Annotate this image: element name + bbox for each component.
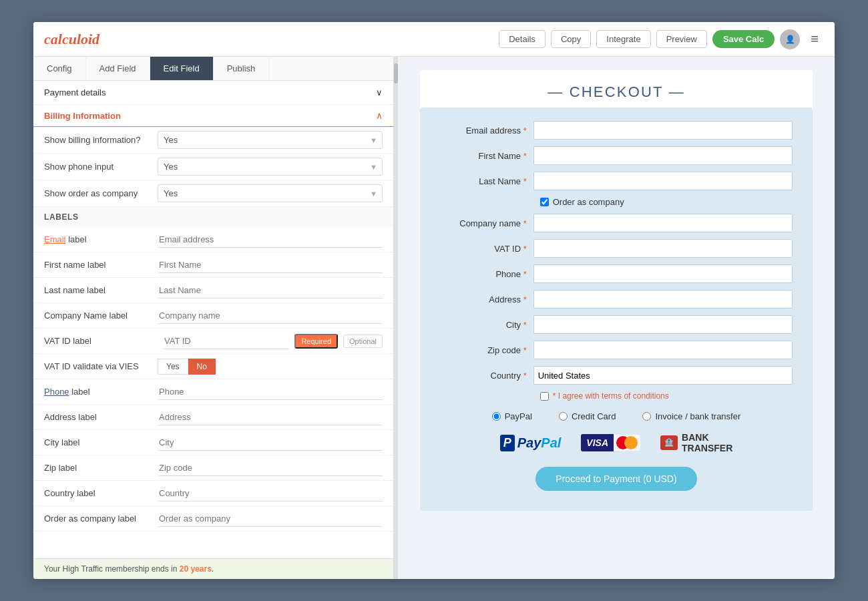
- checkout-vatid-input[interactable]: [533, 239, 793, 258]
- mastercard-icon: [614, 435, 640, 451]
- phone-label-row: Phone label: [33, 379, 393, 405]
- checkout-firstname-label: First Name *: [440, 151, 533, 161]
- details-button[interactable]: Details: [499, 30, 546, 48]
- checkout-country-select[interactable]: United States United Kingdom Germany Fra…: [533, 366, 793, 385]
- main-content: Config Add Field Edit Field Publish Paym…: [33, 57, 835, 579]
- tab-publish[interactable]: Publish: [214, 57, 270, 80]
- checkout-address-input[interactable]: [533, 290, 793, 309]
- checkout-lastname-input[interactable]: [533, 172, 793, 190]
- tab-edit-field[interactable]: Edit Field: [150, 57, 214, 80]
- company-name-label-input[interactable]: [158, 308, 383, 324]
- checkout-vatid-label: VAT ID *: [440, 244, 533, 254]
- first-name-label-input[interactable]: [158, 257, 383, 273]
- top-nav: calculoid Details Copy Integrate Preview…: [33, 22, 835, 57]
- bank-transfer-radio[interactable]: [642, 412, 651, 421]
- checkout-lastname-row: Last Name *: [440, 172, 793, 190]
- checkout-form: Email address * First Name * Last Name *: [420, 108, 813, 511]
- proceed-wrap: Proceed to Payment (0 USD): [440, 467, 793, 491]
- checkout-company-checkbox-row: Order as company: [440, 197, 793, 207]
- payment-details-toggle-icon: ∨: [376, 87, 383, 97]
- vat-validate-no-button[interactable]: No: [188, 359, 216, 375]
- email-label-input[interactable]: [158, 232, 383, 248]
- checkout-company-input[interactable]: [533, 214, 793, 232]
- last-name-label-input[interactable]: [158, 282, 383, 298]
- bottom-notice: Your High Traffic membership ends in 20 …: [33, 558, 393, 579]
- phone-label-input[interactable]: [158, 384, 383, 400]
- bank-icon: 🏦: [660, 435, 678, 449]
- show-billing-select[interactable]: Yes No: [158, 131, 383, 149]
- avatar[interactable]: 👤: [780, 29, 800, 49]
- company-name-label-label: Company Name label: [44, 311, 158, 321]
- credit-card-payment-option[interactable]: Credit Card: [559, 411, 616, 421]
- show-company-row: Show order as company Yes No ▼: [33, 180, 393, 207]
- bank-transfer-logo: 🏦 BANKTRANSFER: [660, 432, 732, 453]
- address-label-label: Address label: [44, 412, 158, 422]
- order-as-company-checkbox[interactable]: [540, 198, 549, 206]
- checkout-email-input[interactable]: [533, 121, 793, 140]
- billing-info-section[interactable]: Billing Information ∧: [33, 105, 393, 127]
- tab-config[interactable]: Config: [33, 57, 86, 80]
- checkout-zip-input[interactable]: [533, 341, 793, 359]
- paypal-radio[interactable]: [492, 412, 501, 421]
- city-label-row: City label: [33, 430, 393, 455]
- vat-validate-yes-button[interactable]: Yes: [158, 359, 188, 375]
- show-company-select[interactable]: Yes No: [158, 184, 383, 202]
- checkout-email-label: Email address *: [440, 126, 533, 136]
- payment-logos: P PayPal VISA 🏦: [440, 432, 793, 453]
- billing-info-toggle-icon: ∧: [376, 110, 383, 121]
- address-label-input[interactable]: [158, 409, 383, 425]
- paypal-text-icon: PayPal: [517, 435, 562, 451]
- first-name-label-label: First name label: [44, 260, 158, 270]
- hamburger-menu[interactable]: ≡: [805, 29, 824, 49]
- order-company-label-input[interactable]: [158, 511, 383, 527]
- save-calc-button[interactable]: Save Calc: [712, 30, 775, 48]
- country-label-input[interactable]: [158, 485, 383, 502]
- payment-details-section[interactable]: Payment details ∨: [33, 81, 393, 105]
- right-panel[interactable]: — CHECKOUT — Email address * First Name …: [398, 57, 835, 579]
- tab-add-field[interactable]: Add Field: [86, 57, 150, 80]
- zip-label-input-wrap: [158, 460, 383, 476]
- proceed-button[interactable]: Proceed to Payment (0 USD): [535, 467, 696, 491]
- vatid-required-star: *: [523, 244, 527, 254]
- visa-icon: VISA: [581, 434, 614, 451]
- credit-card-radio[interactable]: [559, 412, 568, 421]
- zip-required-star: *: [523, 345, 527, 355]
- optional-badge[interactable]: Optional: [343, 335, 383, 348]
- zip-label-input[interactable]: [158, 460, 383, 476]
- checkout-address-label: Address *: [440, 294, 533, 305]
- bank-transfer-payment-option[interactable]: Invoice / bank transfer: [642, 411, 740, 421]
- paypal-option-label: PayPal: [505, 411, 532, 421]
- city-label-input-wrap: [158, 435, 383, 451]
- copy-button[interactable]: Copy: [551, 30, 591, 48]
- checkout-firstname-row: First Name *: [440, 146, 793, 165]
- checkout-phone-input[interactable]: [533, 264, 793, 283]
- integrate-button[interactable]: Integrate: [596, 30, 650, 48]
- checkout-city-row: City *: [440, 315, 793, 334]
- city-label-input[interactable]: [158, 435, 383, 451]
- credit-card-option-label: Credit Card: [572, 411, 616, 421]
- terms-label: * I agree with terms of conditions: [553, 391, 669, 401]
- company-required-star: *: [523, 218, 527, 228]
- required-badge[interactable]: Required: [294, 334, 338, 349]
- first-name-label-input-wrap: [158, 257, 383, 273]
- payment-details-label: Payment details: [44, 87, 106, 97]
- lastname-required-star: *: [523, 176, 527, 186]
- show-billing-label: Show billing information?: [44, 135, 158, 145]
- checkout-zip-row: Zip code *: [440, 341, 793, 359]
- vat-id-label-input[interactable]: [163, 333, 289, 349]
- phone-label-label: Phone label: [44, 387, 158, 397]
- address-label-row: Address label: [33, 405, 393, 430]
- checkout-lastname-label: Last Name *: [440, 176, 533, 186]
- preview-button[interactable]: Preview: [656, 30, 707, 48]
- checkout-phone-row: Phone *: [440, 264, 793, 283]
- show-phone-select[interactable]: Yes No: [158, 158, 383, 176]
- checkout-city-label: City *: [440, 320, 533, 330]
- left-scroll-area[interactable]: Payment details ∨ Billing Information ∧ …: [33, 81, 393, 558]
- checkout-city-input[interactable]: [533, 315, 793, 334]
- email-label-label: Email label: [44, 234, 158, 244]
- checkout-firstname-input[interactable]: [533, 146, 793, 165]
- vat-validate-row: VAT ID validate via VIES Yes No: [33, 354, 393, 379]
- show-phone-row: Show phone input Yes No ▼: [33, 154, 393, 180]
- terms-checkbox[interactable]: [540, 392, 549, 401]
- paypal-payment-option[interactable]: PayPal: [492, 411, 532, 421]
